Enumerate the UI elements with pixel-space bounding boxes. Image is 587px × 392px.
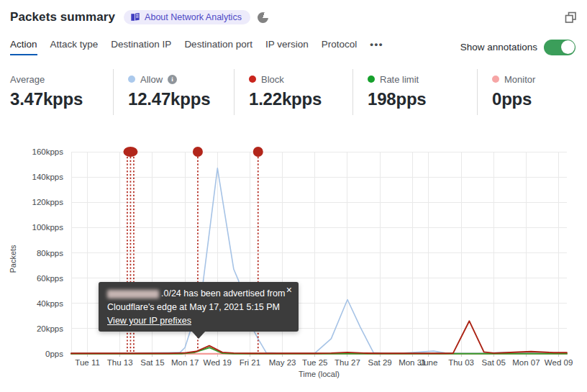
x-tick-label: Sat 29 bbox=[368, 358, 392, 367]
info-icon[interactable]: i bbox=[168, 75, 177, 84]
show-annotations-control: Show annotations bbox=[460, 40, 575, 55]
x-tick-label: Thu 03 bbox=[448, 358, 474, 367]
y-tick-label: 140kpps bbox=[32, 173, 64, 181]
x-tick-label: Tue 11 bbox=[75, 358, 100, 367]
tab-attack-type[interactable]: Attack type bbox=[50, 39, 99, 55]
x-tick-label: Mon 07 bbox=[512, 358, 540, 367]
stat-label: Average bbox=[10, 74, 45, 85]
badge-label: About Network Analytics bbox=[145, 12, 242, 22]
x-tick-label: Thu 27 bbox=[335, 358, 360, 367]
y-tick-label: 120kpps bbox=[32, 198, 64, 206]
stat-allow: Allowi12.47kpps bbox=[113, 69, 234, 115]
tab-destination-port[interactable]: Destination port bbox=[184, 39, 252, 55]
stat-label: Allow bbox=[140, 74, 163, 85]
packets-summary-panel: Packets summary About Network Analytics … bbox=[0, 0, 587, 392]
redacted-ip-prefix bbox=[107, 290, 159, 298]
tabs-row: ActionAttack typeDestination IPDestinati… bbox=[10, 37, 575, 57]
panel-header: Packets summary About Network Analytics bbox=[10, 8, 577, 27]
stat-block: Block1.22kpps bbox=[234, 69, 352, 115]
y-tick-label: 20kpps bbox=[37, 324, 63, 333]
tab-ip-version[interactable]: IP version bbox=[265, 39, 309, 55]
show-annotations-toggle[interactable] bbox=[544, 40, 575, 55]
block-legend-dot bbox=[249, 76, 256, 83]
stat-rate-limit: Rate limit198pps bbox=[352, 69, 477, 115]
annotation-marker-dot[interactable] bbox=[253, 147, 263, 157]
x-tick-label: Sat 15 bbox=[140, 358, 164, 367]
tab-protocol[interactable]: Protocol bbox=[322, 39, 358, 55]
book-icon bbox=[130, 12, 140, 22]
close-icon[interactable]: × bbox=[286, 285, 292, 295]
x-tick-label: Wed 09 bbox=[545, 358, 573, 367]
stat-value: 198pps bbox=[368, 89, 477, 109]
stats-row: Average3.47kppsAllowi12.47kppsBlock1.22k… bbox=[10, 69, 587, 115]
tabs-overflow-menu[interactable]: ••• bbox=[370, 39, 383, 55]
x-tick-label: Thu 13 bbox=[107, 358, 133, 367]
stat-average: Average3.47kpps bbox=[10, 69, 113, 115]
stat-value: 0pps bbox=[492, 89, 587, 109]
view-ip-prefixes-link[interactable]: View your IP prefixes bbox=[107, 316, 191, 326]
x-axis-title: Time (local) bbox=[299, 370, 340, 378]
annotation-marker-pill[interactable] bbox=[123, 147, 137, 157]
tab-destination-ip[interactable]: Destination IP bbox=[111, 39, 171, 55]
stat-value: 12.47kpps bbox=[128, 89, 234, 109]
y-axis-title: Packets bbox=[9, 245, 17, 273]
annotation-marker-dot[interactable] bbox=[193, 147, 203, 157]
y-tick-label: 0pps bbox=[45, 350, 63, 358]
y-tick-label: 40kpps bbox=[37, 299, 63, 308]
x-tick-label: May 23 bbox=[269, 358, 296, 367]
annotation-tooltip: × .0/24 has been advertised from Cloudfl… bbox=[99, 282, 299, 332]
tab-action[interactable]: Action bbox=[10, 39, 37, 55]
tooltip-line-1: .0/24 has been advertised from bbox=[107, 287, 290, 301]
x-tick-label: Fri 21 bbox=[240, 358, 260, 367]
duplicate-window-icon[interactable] bbox=[565, 12, 577, 24]
rate-limit-legend-dot bbox=[368, 76, 375, 83]
x-tick-label: June bbox=[419, 358, 437, 367]
pie-chart-icon[interactable] bbox=[258, 12, 268, 23]
stat-value: 3.47kpps bbox=[10, 89, 113, 109]
tooltip-arrow bbox=[191, 331, 206, 339]
y-tick-label: 80kpps bbox=[37, 249, 63, 257]
x-tick-label: Tue 25 bbox=[302, 358, 327, 367]
packets-chart[interactable]: 0pps20kpps40kpps60kpps80kpps100kpps120kp… bbox=[0, 140, 587, 392]
show-annotations-label: Show annotations bbox=[460, 42, 537, 53]
toggle-knob bbox=[561, 40, 575, 54]
x-tick-label: Wed 19 bbox=[204, 358, 232, 367]
allow-legend-dot bbox=[128, 76, 135, 83]
y-tick-label: 60kpps bbox=[37, 274, 63, 283]
stat-monitor: Monitor0pps bbox=[477, 69, 587, 115]
x-tick-label: Mon 17 bbox=[171, 358, 199, 367]
stat-label: Rate limit bbox=[380, 74, 419, 85]
monitor-legend-dot bbox=[492, 76, 499, 83]
y-tick-label: 160kpps bbox=[32, 147, 64, 156]
x-tick-label: Sat 05 bbox=[482, 358, 506, 367]
about-network-analytics-badge[interactable]: About Network Analytics bbox=[124, 10, 250, 24]
stat-value: 1.22kpps bbox=[249, 89, 352, 109]
tooltip-line-2: Cloudflare's edge at May 17, 2021 5:15 P… bbox=[107, 301, 290, 314]
y-tick-label: 100kpps bbox=[32, 223, 64, 232]
stat-label: Monitor bbox=[504, 74, 535, 85]
page-title: Packets summary bbox=[10, 10, 115, 24]
tabs-list: ActionAttack typeDestination IPDestinati… bbox=[10, 39, 383, 55]
stat-label: Block bbox=[261, 74, 284, 85]
